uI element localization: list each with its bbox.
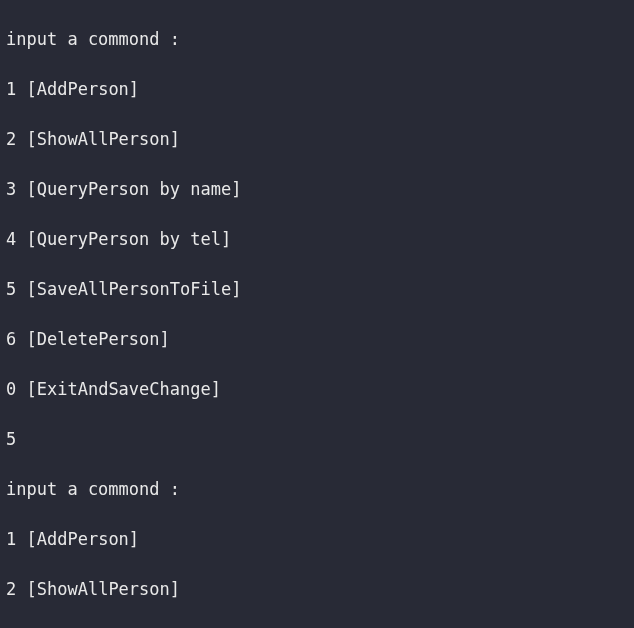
menu-item: 4 [QueryPerson by tel] <box>6 227 628 252</box>
terminal-output: input a commond : 1 [AddPerson] 2 [ShowA… <box>0 0 634 628</box>
menu-item: 5 [SaveAllPersonToFile] <box>6 277 628 302</box>
user-input: 5 <box>6 427 628 452</box>
menu-item: 1 [AddPerson] <box>6 527 628 552</box>
menu-item: 0 [ExitAndSaveChange] <box>6 377 628 402</box>
menu-item: 1 [AddPerson] <box>6 77 628 102</box>
menu-item: 2 [ShowAllPerson] <box>6 577 628 602</box>
menu-prompt: input a commond : <box>6 27 628 52</box>
menu-prompt: input a commond : <box>6 477 628 502</box>
menu-item: 3 [QueryPerson by name] <box>6 177 628 202</box>
menu-item: 2 [ShowAllPerson] <box>6 127 628 152</box>
menu-item: 6 [DeletePerson] <box>6 327 628 352</box>
